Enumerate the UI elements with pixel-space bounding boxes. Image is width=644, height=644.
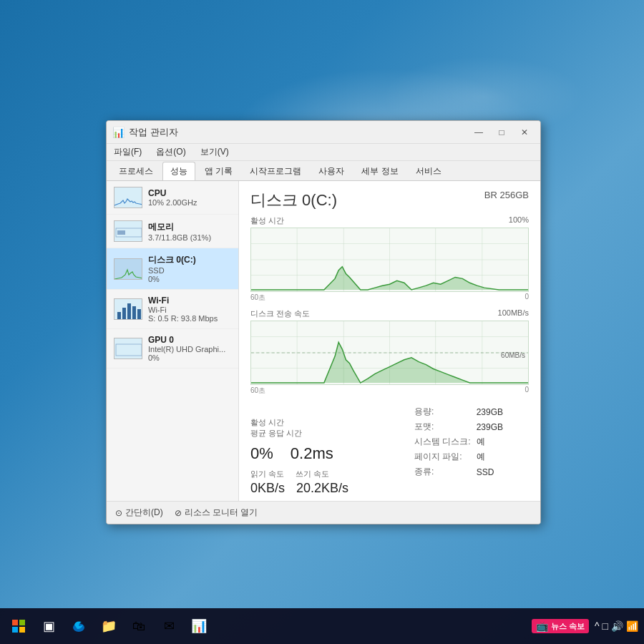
task-manager-window: 📊 작업 관리자 — □ ✕ 파일(F) 옵션(O) 보기(V) 프로세스 성능… — [106, 120, 541, 525]
svg-rect-9 — [132, 306, 136, 319]
menu-view[interactable]: 보기(V) — [197, 145, 232, 160]
chart1-bottom-left: 60초 — [250, 293, 265, 303]
read-speed-label-block: 읽기 속도 — [250, 469, 284, 479]
pagefile-label: 페이지 파일: — [414, 449, 477, 464]
avg-response-value-block: 0.2ms — [291, 444, 333, 463]
taskbar-system-icons: ^ □ 🔊 📶 — [595, 620, 638, 632]
minimize-button[interactable]: — — [469, 125, 489, 140]
memory-sub: 3.7/11.8GB (31%) — [148, 233, 231, 242]
speed-labels-row: 읽기 속도 쓰기 속도 — [250, 469, 414, 479]
tab-app-history[interactable]: 앱 기록 — [197, 162, 240, 180]
capacity-value: 239GB — [477, 404, 503, 419]
chart1-bottom-right: 0 — [525, 293, 529, 303]
active-time-stat: 활성 시간 평균 응답 시간 — [250, 413, 333, 443]
wifi-thumbnail — [114, 298, 142, 320]
chart2-label-row: 디스크 전송 속도 100MB/s — [250, 308, 529, 319]
wifi-name: Wi-Fi — [148, 296, 231, 306]
gpu-info: GPU 0 Intel(R) UHD Graphi... 0% — [148, 335, 231, 362]
tab-processes[interactable]: 프로세스 — [111, 162, 161, 180]
tab-services[interactable]: 서비스 — [408, 162, 449, 180]
cpu-info: CPU 10% 2.00GHz — [148, 188, 231, 207]
right-stat-capacity: 용량: 239GB — [414, 404, 503, 419]
detail-title: 디스크 0(C:) — [250, 190, 337, 211]
sidebar: CPU 10% 2.00GHz 메모리 3.7/11.8GB (31%) — [107, 181, 239, 501]
sidebar-item-wifi[interactable]: Wi-Fi Wi-Fi S: 0.5 R: 93.8 Mbps — [107, 290, 238, 329]
title-bar: 📊 작업 관리자 — □ ✕ — [107, 121, 540, 144]
menu-options[interactable]: 옵션(O) — [153, 145, 188, 160]
search-button[interactable]: ▣ — [36, 613, 62, 639]
active-time-label: 활성 시간 — [250, 417, 333, 428]
active-time-value: 0% — [250, 444, 273, 463]
wifi-sub2: S: 0.5 R: 93.8 Mbps — [148, 314, 231, 323]
type-value: SSD — [477, 464, 503, 479]
chart1-label-left: 활성 시간 — [250, 215, 284, 226]
svg-rect-0 — [114, 187, 142, 208]
write-speed-value-block: 20.2KB/s — [296, 481, 348, 496]
simple-view-button[interactable]: ⊙ 간단히(D) — [115, 507, 163, 519]
system-tray-chevron[interactable]: ^ — [595, 620, 600, 632]
svg-rect-11 — [114, 338, 142, 359]
tab-users[interactable]: 사용자 — [311, 162, 352, 180]
chart2-bottom-right: 0 — [525, 386, 529, 396]
avg-response-value: 0.2ms — [291, 444, 333, 463]
main-content: CPU 10% 2.00GHz 메모리 3.7/11.8GB (31%) — [107, 181, 540, 501]
write-speed-label-block: 쓰기 속도 — [296, 469, 329, 479]
taskmanager-taskbar-button[interactable]: 📊 — [186, 613, 212, 639]
detail-header: 디스크 0(C:) BR 256GB — [250, 190, 529, 211]
stats-values-row: 0% 0.2ms — [250, 444, 414, 463]
disk-thumbnail — [114, 258, 142, 280]
mail-button[interactable]: ✉ — [156, 613, 182, 639]
right-stat-pagefile: 페이지 파일: 예 — [414, 449, 503, 464]
sidebar-item-disk[interactable]: 디스크 0(C:) SSD 0% — [107, 248, 238, 290]
menu-bar: 파일(F) 옵션(O) 보기(V) — [107, 144, 540, 161]
tab-performance[interactable]: 성능 — [162, 162, 195, 180]
resource-monitor-label: 리소스 모니터 열기 — [185, 507, 258, 519]
maximize-button[interactable]: □ — [492, 125, 512, 140]
chart2-label-right: 100MB/s — [498, 308, 529, 319]
right-stat-format: 포맷: 239GB — [414, 419, 503, 434]
bottom-bar: ⊙ 간단히(D) ⊘ 리소스 모니터 열기 — [107, 501, 540, 524]
news-label: 뉴스 속보 — [551, 621, 585, 632]
tab-startup[interactable]: 시작프로그램 — [242, 162, 309, 180]
right-stat-system-disk: 시스템 디스크: 예 — [414, 434, 503, 449]
disk-info: 디스크 0(C:) SSD 0% — [148, 254, 231, 283]
sidebar-item-cpu[interactable]: CPU 10% 2.00GHz — [107, 181, 238, 215]
resource-monitor-button[interactable]: ⊘ 리소스 모니터 열기 — [175, 507, 258, 519]
format-label: 포맷: — [414, 419, 477, 434]
stats-left: 활성 시간 평균 응답 시간 0% 0.2ms — [250, 404, 414, 496]
news-badge[interactable]: 📺 뉴스 속보 — [532, 619, 589, 633]
memory-info: 메모리 3.7/11.8GB (31%) — [148, 221, 231, 242]
chart-transfer-section: 디스크 전송 속도 100MB/s — [250, 308, 529, 396]
simple-view-label: 간단히(D) — [125, 507, 163, 519]
wifi-sub1: Wi-Fi — [148, 306, 231, 314]
svg-rect-4 — [114, 259, 142, 280]
window-icon: 📊 — [112, 127, 125, 138]
store-button[interactable]: 🛍 — [126, 613, 152, 639]
gpu-sub2: 0% — [148, 353, 231, 362]
edge-button[interactable] — [66, 613, 92, 639]
speed-values-row: 0KB/s 20.2KB/s — [250, 481, 414, 496]
start-button[interactable] — [6, 613, 31, 639]
chart2-label-left: 디스크 전송 속도 — [250, 308, 310, 319]
chart2-bottom: 60초 0 — [250, 386, 529, 396]
wifi-icon[interactable]: 📶 — [626, 620, 638, 632]
chart1-label-row: 활성 시간 100% — [250, 215, 529, 226]
tab-details[interactable]: 세부 정보 — [353, 162, 406, 180]
sidebar-item-gpu[interactable]: GPU 0 Intel(R) UHD Graphi... 0% — [107, 329, 238, 369]
close-button[interactable]: ✕ — [514, 125, 535, 140]
window-controls: — □ ✕ — [469, 125, 535, 140]
resource-monitor-icon: ⊘ — [175, 508, 182, 518]
stats-right: 용량: 239GB 포맷: 239GB 시스템 디스크: 예 페이지 파일: — [414, 404, 529, 496]
pagefile-value: 예 — [477, 449, 503, 464]
disk-sub2: 0% — [148, 275, 231, 283]
sidebar-item-memory[interactable]: 메모리 3.7/11.8GB (31%) — [107, 215, 238, 248]
memory-name: 메모리 — [148, 221, 231, 233]
volume-icon[interactable]: 🔊 — [611, 620, 623, 632]
explorer-button[interactable]: 📁 — [96, 613, 122, 639]
right-stats-table: 용량: 239GB 포맷: 239GB 시스템 디스크: 예 페이지 파일: — [414, 404, 503, 479]
cpu-name: CPU — [148, 188, 231, 198]
detail-subtitle: BR 256GB — [484, 190, 529, 200]
menu-file[interactable]: 파일(F) — [111, 145, 145, 160]
disk-sub1: SSD — [148, 266, 231, 275]
read-speed-value-block: 0KB/s — [250, 481, 285, 496]
